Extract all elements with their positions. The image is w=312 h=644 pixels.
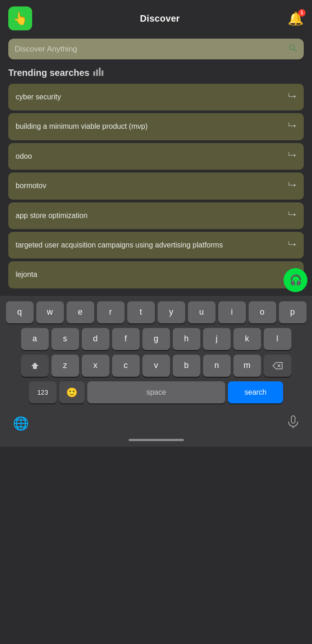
notification-bell[interactable]: 🔔 1 [288,11,304,26]
share-icon[interactable]: ⮡ [288,151,296,161]
key-e[interactable]: e [67,301,94,323]
key-d[interactable]: d [82,328,109,350]
search-icon [288,43,297,55]
item-text: bormotov [16,181,288,191]
key-f[interactable]: f [112,328,140,350]
key-y[interactable]: y [158,301,185,323]
list-item[interactable]: targeted user acquisition campaigns usin… [8,232,304,259]
svg-marker-6 [31,362,39,369]
key-l[interactable]: l [264,328,291,350]
logo-icon: 👆 [13,12,28,26]
key-k[interactable]: k [233,328,261,350]
key-a[interactable]: a [21,328,49,350]
svg-rect-5 [102,70,103,76]
search-bar[interactable] [8,39,304,59]
item-text: cyber security [16,92,288,102]
keyboard: q w e r t y u i o p a s d f g h j k l z … [0,296,312,410]
key-c[interactable]: c [112,355,140,377]
key-q[interactable]: q [6,301,34,323]
header: 👆 Discover 🔔 1 [0,0,312,35]
bottom-bar: 🌐 [0,410,312,435]
key-t[interactable]: t [127,301,155,323]
keyboard-row-2: a s d f g h j k l [2,328,310,350]
key-shift[interactable] [21,355,49,377]
keyboard-row-4: 123 🙂 space search [2,381,310,403]
list-item[interactable]: building a minimum viable product (mvp) … [8,113,304,140]
svg-rect-9 [291,416,295,423]
trending-chart-icon [93,68,103,78]
key-j[interactable]: j [203,328,231,350]
share-icon[interactable]: ⮡ [288,181,296,191]
globe-icon[interactable]: 🌐 [13,416,29,431]
key-u[interactable]: u [188,301,216,323]
key-numbers[interactable]: 123 [29,381,57,403]
item-text: odoo [16,151,288,161]
search-input[interactable] [15,45,284,54]
item-text: targeted user acquisition campaigns usin… [16,240,288,250]
key-n[interactable]: n [203,355,231,377]
list-item[interactable]: lejonta 🎧 [8,261,304,288]
share-icon[interactable]: ⮡ [288,122,296,132]
microphone-icon[interactable] [287,415,299,431]
key-h[interactable]: h [173,328,200,350]
list-item[interactable]: app store optimization ⮡ [8,202,304,229]
app-logo: 👆 [8,6,32,30]
svg-rect-2 [93,71,95,76]
headphone-button[interactable]: 🎧 [284,268,307,292]
key-x[interactable]: x [82,355,109,377]
key-space[interactable]: space [87,381,225,403]
svg-rect-3 [96,69,98,76]
item-text: lejonta [16,270,296,280]
trending-title: Trending searches [8,68,90,78]
search-button[interactable]: search [228,381,283,403]
key-o[interactable]: o [249,301,276,323]
keyboard-row-3: z x c v b n m [2,355,310,377]
key-i[interactable]: i [218,301,246,323]
key-b[interactable]: b [173,355,200,377]
item-text: app store optimization [16,211,288,221]
key-s[interactable]: s [51,328,79,350]
key-z[interactable]: z [51,355,79,377]
share-icon[interactable]: ⮡ [288,92,296,102]
key-m[interactable]: m [233,355,261,377]
list-item[interactable]: cyber security ⮡ [8,84,304,110]
key-g[interactable]: g [142,328,170,350]
notification-badge: 1 [298,9,306,17]
list-item[interactable]: odoo ⮡ [8,143,304,170]
trending-list: cyber security ⮡ building a minimum viab… [0,84,312,290]
keyboard-row-1: q w e r t y u i o p [2,301,310,323]
key-w[interactable]: w [36,301,64,323]
headphone-icon: 🎧 [289,274,302,286]
trending-header: Trending searches [0,66,312,84]
key-delete[interactable] [264,355,291,377]
home-indicator-bar [129,439,184,441]
svg-line-1 [294,49,296,52]
share-icon[interactable]: ⮡ [288,211,296,220]
key-p[interactable]: p [279,301,306,323]
list-item[interactable]: bormotov ⮡ [8,172,304,199]
key-v[interactable]: v [142,355,170,377]
share-icon[interactable]: ⮡ [288,241,296,250]
home-indicator [0,435,312,447]
item-text: building a minimum viable product (mvp) [16,121,288,132]
svg-rect-4 [99,68,101,76]
key-emoji[interactable]: 🙂 [59,381,85,403]
key-r[interactable]: r [97,301,125,323]
page-title: Discover [140,13,180,24]
search-container [0,35,312,66]
